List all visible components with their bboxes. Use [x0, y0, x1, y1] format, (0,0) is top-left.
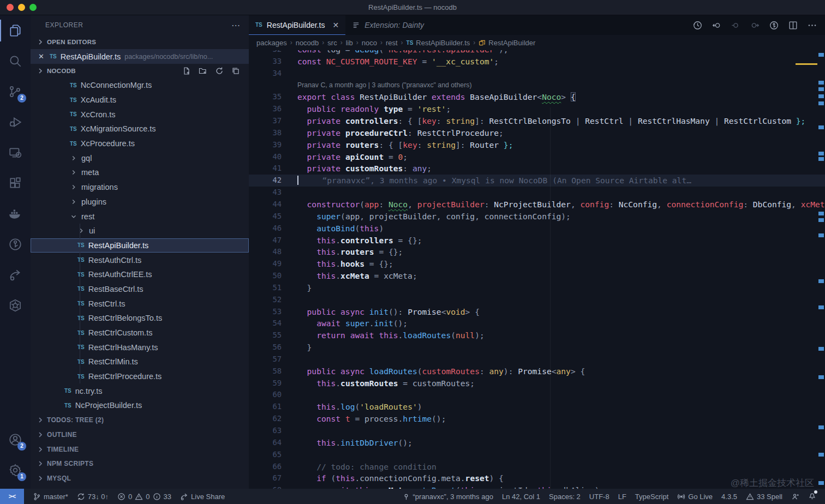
- blame-status[interactable]: “pranavxc”, 3 months ago: [398, 489, 498, 504]
- split-editor-icon[interactable]: [788, 20, 798, 31]
- spell-status[interactable]: 33 Spell: [742, 489, 787, 504]
- activity-source-control[interactable]: 2: [0, 76, 31, 107]
- tree-file-RestCtrlCustom.ts[interactable]: TSRestCtrlCustom.ts: [31, 326, 249, 340]
- breadcrumb-item-src[interactable]: src: [327, 39, 337, 47]
- tree-folder-rest[interactable]: rest: [31, 209, 249, 224]
- new-file-icon[interactable]: [182, 67, 191, 75]
- code-line-65[interactable]: 65: [249, 449, 825, 461]
- tree-file-RestBaseCtrl.ts[interactable]: TSRestBaseCtrl.ts: [31, 282, 249, 297]
- tree-file-RestCtrlHasMany.ts[interactable]: TSRestCtrlHasMany.ts: [31, 340, 249, 355]
- sidebar-section-todos-tree-2-[interactable]: TODOS: TREE (2): [31, 413, 249, 428]
- activity-docker[interactable]: [0, 199, 31, 229]
- change-icon[interactable]: [731, 20, 741, 31]
- tree-folder-gql[interactable]: gql: [31, 151, 249, 165]
- previous-change-icon[interactable]: [712, 20, 722, 31]
- tree-file-nc.try.ts[interactable]: TSnc.try.ts: [31, 383, 249, 398]
- tree-file-RestCtrl.ts[interactable]: TSRestCtrl.ts: [31, 296, 249, 311]
- gitlens-file-history-icon[interactable]: [769, 20, 779, 31]
- close-icon[interactable]: ✕: [38, 52, 46, 61]
- code-line-38[interactable]: 38 private procedureCtrl: RestCtrlProced…: [249, 127, 825, 139]
- collapse-all-icon[interactable]: [231, 67, 240, 75]
- version-status[interactable]: 4.3.5: [717, 489, 742, 504]
- code-line-42[interactable]: 42 “pranavxc”, 3 months ago • Xmysql is …: [249, 175, 825, 187]
- code-line-62[interactable]: 62 const t = process.hrtime();: [249, 413, 825, 425]
- breadcrumb-item-rest[interactable]: rest: [386, 39, 398, 47]
- code-line-64[interactable]: 64 this.initDbDriver();: [249, 437, 825, 449]
- code-line-66[interactable]: 66 // todo: change condition: [249, 461, 825, 473]
- sidebar-section-timeline[interactable]: TIMELINE: [31, 442, 249, 457]
- overview-ruler[interactable]: [817, 50, 825, 489]
- tree-file-XcAudit.ts[interactable]: TSXcAudit.ts: [31, 93, 249, 107]
- minimize-window-button[interactable]: [18, 4, 25, 11]
- breadcrumb-item-restapibuilder[interactable]: RestApiBuilder: [479, 39, 535, 47]
- sidebar-section-npm-scripts[interactable]: NPM SCRIPTS: [31, 457, 249, 471]
- code-line-53[interactable]: 53 public async init(): Promise<void> {: [249, 306, 825, 318]
- activity-live-share[interactable]: [0, 260, 31, 290]
- next-change-icon[interactable]: [750, 20, 760, 31]
- tree-file-RestCtrlMin.ts[interactable]: TSRestCtrlMin.ts: [31, 355, 249, 369]
- code-line-36[interactable]: 36 public readonly type = 'rest';: [249, 103, 825, 115]
- tree-file-RestApiBuilder.ts[interactable]: TSRestApiBuilder.ts: [31, 238, 249, 253]
- encoding-status[interactable]: UTF-8: [585, 489, 614, 504]
- activity-search[interactable]: [0, 46, 31, 76]
- activity-accounts[interactable]: 2: [0, 424, 31, 455]
- open-editor-item[interactable]: ✕ TS RestApiBuilder.ts packages/nocodb/s…: [31, 49, 249, 64]
- breadcrumb-item-noco[interactable]: noco: [362, 39, 377, 47]
- tree-file-NcProjectBuilder.ts[interactable]: TSNcProjectBuilder.ts: [31, 398, 249, 413]
- code-line-45[interactable]: 45 super(app, projectBuilder, config, co…: [249, 211, 825, 223]
- code-line-52[interactable]: 52: [249, 294, 825, 306]
- go-live-status[interactable]: Go Live: [673, 489, 717, 504]
- feedback-status[interactable]: [787, 489, 804, 504]
- tree-file-XcProcedure.ts[interactable]: TSXcProcedure.ts: [31, 136, 249, 151]
- code-line-46[interactable]: 46 autoBind(this): [249, 223, 825, 235]
- tree-folder-ui[interactable]: ui: [31, 224, 249, 238]
- notifications-status[interactable]: [804, 489, 821, 504]
- code-line-49[interactable]: 49 this.hooks = {};: [249, 258, 825, 270]
- code-line-59[interactable]: 59 this.customRoutes = customRoutes;: [249, 377, 825, 389]
- code-line-48[interactable]: 48 this.routers = {};: [249, 246, 825, 258]
- code-line-61[interactable]: 61 this.log('loadRoutes'): [249, 401, 825, 413]
- close-icon[interactable]: ✕: [332, 21, 339, 29]
- tree-folder-meta[interactable]: meta: [31, 165, 249, 180]
- tree-folder-migrations[interactable]: migrations: [31, 180, 249, 195]
- breadcrumb-item-lib[interactable]: lib: [346, 39, 353, 47]
- tab-extension-dainty[interactable]: Extension: Dainty: [345, 15, 431, 35]
- code-line-57[interactable]: 57: [249, 353, 825, 365]
- eol-status[interactable]: LF: [614, 489, 631, 504]
- refresh-icon[interactable]: [215, 67, 224, 75]
- activity-run-debug[interactable]: [0, 107, 31, 137]
- code-line-37[interactable]: 37 private controllers: { [key: string]:…: [249, 115, 825, 127]
- indentation-status[interactable]: Spaces: 2: [545, 489, 585, 504]
- code-line-47[interactable]: 47 this.controllers = {};: [249, 235, 825, 247]
- tree-folder-plugins[interactable]: plugins: [31, 195, 249, 209]
- tab-restapibuilder[interactable]: TS RestApiBuilder.ts ✕: [249, 15, 345, 35]
- code-line-63[interactable]: 63: [249, 425, 825, 437]
- git-branch-status[interactable]: master*: [28, 489, 73, 504]
- activity-kubernetes[interactable]: [0, 290, 31, 321]
- sync-status[interactable]: 73↓ 0↑: [73, 489, 113, 504]
- activity-extensions[interactable]: [0, 168, 31, 199]
- tree-file-RestAuthCtrl.ts[interactable]: TSRestAuthCtrl.ts: [31, 253, 249, 267]
- tree-file-RestAuthCtrlEE.ts[interactable]: TSRestAuthCtrlEE.ts: [31, 267, 249, 282]
- tree-file-RestCtrlProcedure.ts[interactable]: TSRestCtrlProcedure.ts: [31, 369, 249, 384]
- code-line-60[interactable]: 60: [249, 389, 825, 401]
- open-editors-header[interactable]: OPEN EDITORS: [31, 35, 249, 49]
- code-line-56[interactable]: 56 }: [249, 341, 825, 353]
- activity-settings[interactable]: 1: [0, 455, 31, 485]
- code-line-44[interactable]: 44 constructor(app: Noco, projectBuilder…: [249, 199, 825, 211]
- breadcrumb-item-restapibuilder-ts[interactable]: TSRestApiBuilder.ts: [406, 39, 470, 47]
- code-line-51[interactable]: 51 }: [249, 282, 825, 294]
- new-folder-icon[interactable]: [199, 67, 207, 75]
- breadcrumb-item-nocodb[interactable]: nocodb: [296, 39, 319, 47]
- language-status[interactable]: TypeScript: [631, 489, 673, 504]
- code-line-58[interactable]: 58 public async loadRoutes(customRoutes:…: [249, 365, 825, 377]
- code-line-34[interactable]: 34: [249, 68, 825, 80]
- activity-gitlens[interactable]: [0, 229, 31, 260]
- activity-explorer[interactable]: [0, 15, 31, 46]
- cursor-position-status[interactable]: Ln 42, Col 1: [498, 489, 545, 504]
- code-line-33[interactable]: 33const NC_CUSTOM_ROUTE_KEY = '__xc_cust…: [249, 56, 825, 68]
- codelens-row[interactable]: Pranav C, a month ago | 3 authors ("pran…: [249, 80, 825, 92]
- more-actions-icon[interactable]: [807, 20, 817, 31]
- explorer-more-actions[interactable]: ⋯: [231, 20, 241, 31]
- problems-status[interactable]: 0 0 33: [113, 489, 176, 504]
